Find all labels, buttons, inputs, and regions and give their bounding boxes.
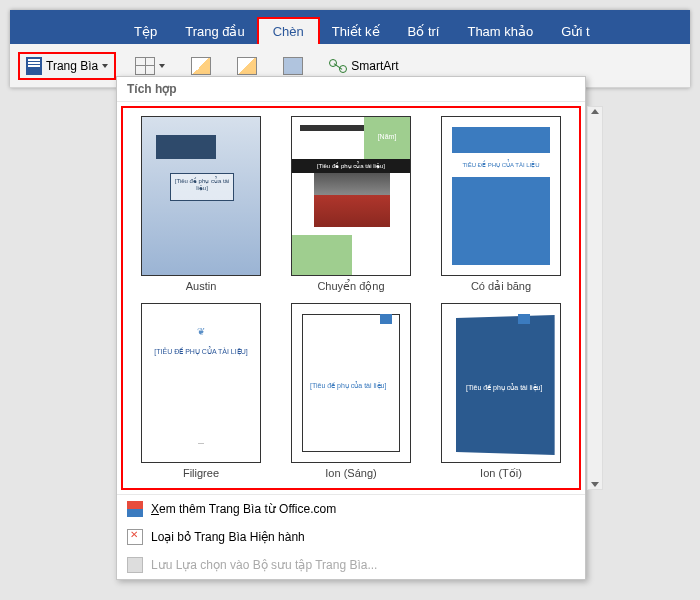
cover-option-ion-light[interactable]: [Tiêu đề phụ của tài liệu] Ion (Sáng) xyxy=(279,301,423,482)
cover-option-motion[interactable]: [Năm] [Tiêu đề phụ của tài liệu] Chuyển … xyxy=(279,114,423,295)
cover-option-filigree[interactable]: ❦[TIÊU ĐỀ PHỤ CỦA TÀI LIỆU]— Filigree xyxy=(129,301,273,482)
cover-thumb: [Tiêu đề phụ của tài liệu] xyxy=(291,303,411,463)
save-to-gallery: Lưu Lựa chọn vào Bộ sưu tập Trang Bìa... xyxy=(117,551,585,579)
tab-references[interactable]: Tham khảo xyxy=(453,19,547,44)
cover-label: Ion (Tối) xyxy=(480,467,522,480)
cover-label: Có dải băng xyxy=(471,280,531,293)
chevron-down-icon xyxy=(159,64,165,68)
remove-icon: ✕ xyxy=(127,529,143,545)
pictures-button[interactable] xyxy=(184,53,218,79)
page-icon xyxy=(26,57,42,75)
remove-label: Loại bỏ Trang Bìa Hiện hành xyxy=(151,530,305,544)
picture-icon xyxy=(237,57,257,75)
save-icon xyxy=(127,557,143,573)
cover-option-austin[interactable]: [Tiêu đề phụ của tài liệu] Austin xyxy=(129,114,273,295)
picture-icon xyxy=(191,57,211,75)
cover-label: Filigree xyxy=(183,467,219,479)
table-button[interactable] xyxy=(128,53,172,79)
cover-label: Chuyển động xyxy=(317,280,384,293)
cover-gallery: [Tiêu đề phụ của tài liệu] Austin [Năm] … xyxy=(121,106,581,490)
cover-option-banded[interactable]: TIÊU ĐỀ PHỤ CỦA TÀI LIỆU Có dải băng xyxy=(429,114,573,295)
ribbon-tabs: Tệp Trang đầu Chèn Thiết kế Bố trí Tham … xyxy=(10,16,690,44)
remove-cover[interactable]: ✕ Loại bỏ Trang Bìa Hiện hành xyxy=(117,523,585,551)
cover-thumb: TIÊU ĐỀ PHỤ CỦA TÀI LIỆU xyxy=(441,116,561,276)
online-pictures-button[interactable] xyxy=(230,53,264,79)
tab-file[interactable]: Tệp xyxy=(120,19,171,44)
gallery-scrollbar[interactable] xyxy=(587,106,603,490)
smartart-icon xyxy=(329,59,347,73)
scroll-down-icon[interactable] xyxy=(591,482,599,487)
tab-insert[interactable]: Chèn xyxy=(259,19,318,44)
cover-thumb: ❦[TIÊU ĐỀ PHỤ CỦA TÀI LIỆU]— xyxy=(141,303,261,463)
table-icon xyxy=(135,57,155,75)
chevron-down-icon xyxy=(102,64,108,68)
save-label: Lưu Lựa chọn vào Bộ sưu tập Trang Bìa... xyxy=(151,558,377,572)
cover-page-label: Trang Bìa xyxy=(46,59,98,73)
tab-mailings[interactable]: Gửi t xyxy=(547,19,603,44)
cover-page-dropdown: Tích hợp [Tiêu đề phụ của tài liệu] Aust… xyxy=(116,76,586,580)
cover-label: Ion (Sáng) xyxy=(325,467,376,479)
cover-thumb: [Năm] [Tiêu đề phụ của tài liệu] xyxy=(291,116,411,276)
cover-thumb: [Tiêu đề phụ của tài liệu] xyxy=(141,116,261,276)
dropdown-section-header: Tích hợp xyxy=(117,77,585,102)
cover-page-button[interactable]: Trang Bìa xyxy=(18,52,116,80)
cover-thumb: [Tiêu đề phụ của tài liệu] xyxy=(441,303,561,463)
smartart-button[interactable]: SmartArt xyxy=(322,55,405,77)
cover-label: Austin xyxy=(186,280,217,292)
tab-layout[interactable]: Bố trí xyxy=(394,19,454,44)
shapes-icon xyxy=(283,57,303,75)
scroll-up-icon[interactable] xyxy=(591,109,599,114)
shapes-button[interactable] xyxy=(276,53,310,79)
smartart-label: SmartArt xyxy=(351,59,398,73)
tab-home[interactable]: Trang đầu xyxy=(171,19,259,44)
more-covers-office[interactable]: XXem thêm Trang Bìa từ Office.comem thêm… xyxy=(117,495,585,523)
office-icon xyxy=(127,501,143,517)
tab-design[interactable]: Thiết kế xyxy=(318,19,394,44)
more-label: XXem thêm Trang Bìa từ Office.comem thêm… xyxy=(151,502,336,516)
cover-option-ion-dark[interactable]: [Tiêu đề phụ của tài liệu] Ion (Tối) xyxy=(429,301,573,482)
